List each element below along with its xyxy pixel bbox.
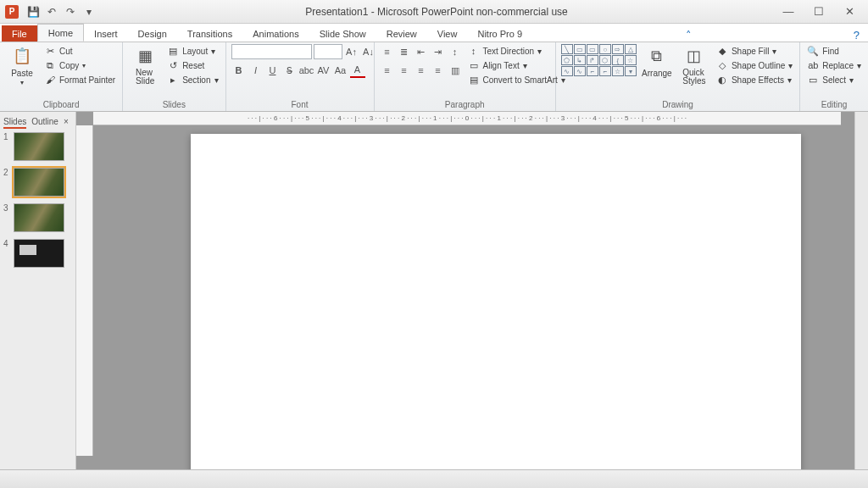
shadow-button[interactable]: abc: [299, 63, 314, 78]
replace-button[interactable]: abReplace ▾: [805, 58, 863, 72]
new-slide-icon: ▦: [133, 44, 157, 68]
undo-icon[interactable]: ↶: [44, 4, 59, 19]
group-label: Clipboard: [5, 99, 117, 111]
justify-button[interactable]: ≡: [431, 63, 446, 78]
tab-design[interactable]: Design: [128, 25, 177, 42]
cut-button[interactable]: ✂Cut: [42, 44, 117, 58]
window-title: Presentation1 - Microsoft PowerPoint non…: [97, 6, 776, 18]
group-label: Font: [231, 99, 369, 111]
shape-outline-button[interactable]: ◇Shape Outline ▾: [715, 58, 794, 72]
quick-styles-icon: ◫: [682, 44, 706, 68]
tab-home[interactable]: Home: [37, 24, 84, 42]
copy-button[interactable]: ⧉Copy ▾: [42, 58, 117, 72]
find-icon: 🔍: [807, 45, 819, 57]
layout-icon: ▤: [167, 45, 179, 57]
paste-button[interactable]: 📋 Paste ▾: [5, 44, 39, 86]
numbering-button[interactable]: ≣: [397, 44, 412, 59]
reset-button[interactable]: ↺Reset: [165, 58, 220, 72]
tab-view[interactable]: View: [427, 25, 468, 42]
shape-effects-button[interactable]: ◐Shape Effects ▾: [715, 73, 794, 86]
tab-slideshow[interactable]: Slide Show: [309, 25, 376, 42]
save-icon[interactable]: 💾: [25, 4, 41, 19]
status-bar: [0, 469, 868, 488]
fill-icon: ◆: [716, 45, 728, 57]
redo-icon[interactable]: ↷: [63, 4, 78, 19]
font-family-select[interactable]: [231, 44, 312, 59]
tab-transitions[interactable]: Transitions: [177, 25, 242, 42]
minimize-button[interactable]: —: [776, 3, 800, 20]
new-slide-button[interactable]: ▦ New Slide: [128, 44, 162, 86]
paste-label: Paste: [11, 69, 33, 78]
panel-tab-slides[interactable]: Slides: [3, 117, 26, 129]
copy-icon: ⧉: [44, 59, 56, 71]
format-painter-button[interactable]: 🖌Format Painter: [42, 73, 117, 86]
section-button[interactable]: ▸Section ▾: [165, 73, 220, 86]
ribbon-tabs: File Home Insert Design Transitions Anim…: [0, 24, 868, 42]
text-direction-button[interactable]: ↕Text Direction ▾: [466, 44, 567, 58]
tab-insert[interactable]: Insert: [84, 25, 128, 42]
group-clipboard: 📋 Paste ▾ ✂Cut ⧉Copy ▾ 🖌Format Painter C…: [0, 42, 123, 111]
slide-thumb-4[interactable]: 4: [3, 239, 72, 268]
ruler-horizontal: · · · | · · · 6 · · · | · · · 5 · · · | …: [93, 112, 841, 125]
text-direction-icon: ↕: [468, 45, 480, 57]
dec-indent-button[interactable]: ⇤: [414, 44, 429, 59]
panel-tab-outline[interactable]: Outline: [31, 117, 58, 129]
find-button[interactable]: 🔍Find: [805, 44, 863, 58]
help-icon[interactable]: ?: [854, 29, 860, 42]
line-spacing-button[interactable]: ↕: [448, 44, 463, 59]
columns-button[interactable]: ▥: [448, 63, 463, 78]
tab-animations[interactable]: Animations: [242, 25, 309, 42]
bullets-button[interactable]: ≡: [380, 44, 395, 59]
change-case-button[interactable]: Aa: [333, 63, 348, 78]
slide-thumb-1[interactable]: 1: [3, 132, 72, 161]
close-button[interactable]: ✕: [837, 3, 861, 20]
shape-fill-button[interactable]: ◆Shape Fill ▾: [715, 44, 794, 58]
group-label: Drawing: [561, 99, 794, 111]
select-icon: ▭: [807, 74, 819, 86]
arrange-button[interactable]: ⧉Arrange: [640, 44, 674, 78]
italic-button[interactable]: I: [248, 63, 264, 78]
select-button[interactable]: ▭Select ▾: [805, 73, 863, 86]
maximize-button[interactable]: ☐: [807, 3, 831, 20]
group-drawing: ╲▭▭○⇨△ ⬠↳↱⬡{☆ ∿∿⌐⌐☆▾ ⧉Arrange ◫Quick Sty…: [556, 42, 800, 111]
tab-review[interactable]: Review: [376, 25, 427, 42]
group-label: Editing: [805, 99, 863, 111]
tab-nitro[interactable]: Nitro Pro 9: [467, 25, 532, 42]
align-left-button[interactable]: ≡: [380, 63, 395, 78]
shapes-gallery[interactable]: ╲▭▭○⇨△ ⬠↳↱⬡{☆ ∿∿⌐⌐☆▾: [561, 44, 637, 76]
align-center-button[interactable]: ≡: [397, 63, 412, 78]
slide-thumb-3[interactable]: 3: [3, 203, 72, 232]
bold-button[interactable]: B: [231, 63, 247, 78]
underline-button[interactable]: U: [265, 63, 281, 78]
brush-icon: 🖌: [44, 74, 56, 86]
quick-styles-button[interactable]: ◫Quick Styles: [677, 44, 711, 86]
font-color-button[interactable]: A: [350, 63, 365, 78]
ribbon: 📋 Paste ▾ ✂Cut ⧉Copy ▾ 🖌Format Painter C…: [0, 42, 868, 112]
vertical-scrollbar[interactable]: [854, 112, 868, 469]
tab-file[interactable]: File: [2, 25, 37, 42]
thumb-image: [14, 239, 64, 268]
align-text-icon: ▭: [468, 59, 480, 71]
group-slides: ▦ New Slide ▤Layout ▾ ↺Reset ▸Section ▾ …: [123, 42, 225, 111]
thumb-image: [14, 168, 64, 197]
smartart-button[interactable]: ▤Convert to SmartArt ▾: [466, 73, 567, 86]
group-label: Paragraph: [380, 99, 550, 111]
spacing-button[interactable]: AV: [316, 63, 331, 78]
ruler-vertical: [76, 125, 93, 456]
align-right-button[interactable]: ≡: [414, 63, 429, 78]
reset-icon: ↺: [167, 59, 179, 71]
inc-indent-button[interactable]: ⇥: [431, 44, 446, 59]
thumb-image: [14, 203, 64, 232]
slide-thumb-2[interactable]: 2: [3, 168, 72, 197]
qat-dropdown-icon[interactable]: ▾: [81, 4, 97, 19]
quick-access-toolbar: 💾 ↶ ↷ ▾: [25, 4, 97, 19]
font-size-select[interactable]: [314, 44, 342, 59]
strike-button[interactable]: S̶: [282, 63, 298, 78]
grow-font-icon[interactable]: A↑: [344, 44, 359, 59]
ribbon-minimize-icon[interactable]: ˄: [686, 29, 692, 42]
layout-button[interactable]: ▤Layout ▾: [165, 44, 220, 58]
panel-close-icon[interactable]: ×: [64, 117, 69, 129]
slide-canvas[interactable]: Arlene Dr rlene Dr Bent St Google 3D ◢ +…: [191, 134, 801, 469]
workspace: Slides Outline × 1 2 3 4 · · · | · · · 6…: [0, 112, 868, 469]
align-text-button[interactable]: ▭Align Text ▾: [466, 58, 567, 72]
